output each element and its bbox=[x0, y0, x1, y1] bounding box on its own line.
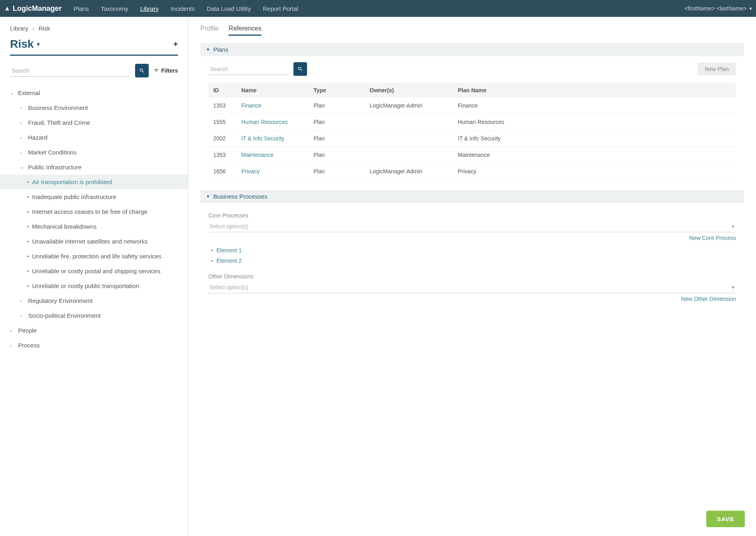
tree-item[interactable]: ›Regulatory Environment bbox=[10, 293, 178, 308]
other-dimensions-label: Other Dimensions bbox=[208, 273, 736, 280]
bp-section-title: Business Processes bbox=[213, 193, 267, 200]
caret-down-icon: ▼ bbox=[731, 224, 735, 229]
nav-item-report-portal[interactable]: Report Portal bbox=[263, 5, 298, 12]
cell-plan-name: Finance bbox=[458, 102, 731, 109]
tree-item[interactable]: Unreliable or costly postal and shipping… bbox=[10, 264, 178, 278]
bp-section-header[interactable]: ▼ Business Processes bbox=[200, 190, 744, 203]
left-panel: Library › Risk Risk ▾ + Filters ⌄Externa… bbox=[0, 17, 188, 536]
tree-item-label: Public Infrastructure bbox=[28, 164, 81, 171]
add-button[interactable]: + bbox=[173, 40, 178, 49]
filter-icon bbox=[154, 68, 159, 73]
save-button[interactable]: SAVE bbox=[706, 511, 745, 527]
cell-name-link[interactable]: Finance bbox=[241, 102, 313, 109]
tree-item[interactable]: Internet access ceases to be free of cha… bbox=[10, 204, 178, 219]
cell-id: 1353 bbox=[213, 152, 241, 158]
tree-item[interactable]: ›Market Conditions bbox=[10, 145, 178, 160]
cell-owner bbox=[370, 119, 458, 125]
core-processes-select[interactable]: Select option(s) ▼ bbox=[208, 221, 736, 232]
tree-item[interactable]: Air transportation is prohibited bbox=[0, 175, 188, 189]
chevron-down-icon: ⌄ bbox=[10, 90, 15, 95]
sidebar-search-button[interactable] bbox=[135, 64, 149, 77]
heading-row: Risk ▾ + bbox=[10, 38, 178, 56]
nav-item-taxonomy[interactable]: Taxonomy bbox=[101, 5, 128, 12]
cell-name-link[interactable]: Human Resources bbox=[241, 119, 313, 125]
cell-type: Plan bbox=[313, 135, 370, 142]
table-row: 2002IT & Info SecurityPlanIT & Info Secu… bbox=[208, 130, 736, 147]
table-row: 1353MaintenancePlanMaintenance bbox=[208, 147, 736, 163]
bp-elements-list: Element 1Element 2 bbox=[208, 241, 736, 270]
cell-type: Plan bbox=[313, 168, 370, 175]
chevron-right-icon: › bbox=[20, 106, 25, 110]
cell-id: 1555 bbox=[213, 119, 241, 125]
cell-name-link[interactable]: IT & Info Security bbox=[241, 135, 313, 142]
tree-item-label: Unreliable or costly public transportati… bbox=[32, 282, 139, 289]
nav-item-data-load-utility[interactable]: Data Load Utility bbox=[207, 5, 251, 12]
plans-search-button[interactable] bbox=[293, 62, 307, 76]
select-placeholder: Select option(s) bbox=[209, 223, 248, 229]
chevron-right-icon: › bbox=[20, 120, 25, 125]
tree-item[interactable]: ›People bbox=[10, 323, 178, 338]
tree-item[interactable]: ›Process bbox=[10, 338, 178, 353]
chevron-right-icon: › bbox=[20, 298, 25, 303]
chevron-right-icon: › bbox=[20, 135, 25, 140]
nav-items: PlansTaxonomyLibraryIncidentsData Load U… bbox=[74, 5, 685, 12]
tree-item[interactable]: ›Hazard bbox=[10, 130, 178, 145]
sidebar-search-input[interactable] bbox=[10, 65, 130, 77]
search-icon bbox=[139, 68, 145, 73]
cell-name-link[interactable]: Maintenance bbox=[241, 152, 313, 158]
tab-profile[interactable]: Profile bbox=[200, 25, 218, 36]
plans-table: ID Name Type Owner(s) Plan Name 1353Fina… bbox=[208, 83, 736, 180]
tab-references[interactable]: References bbox=[228, 25, 261, 36]
tree-item-label: Air transportation is prohibited bbox=[32, 179, 112, 185]
tree-item[interactable]: Inadequate public infrastructure bbox=[10, 189, 178, 204]
chevron-right-icon: › bbox=[20, 313, 25, 318]
new-core-process-link[interactable]: New Core Process bbox=[208, 235, 736, 241]
search-icon bbox=[297, 66, 303, 72]
breadcrumb-risk[interactable]: Risk bbox=[38, 25, 50, 32]
core-processes-label: Core Processes bbox=[208, 212, 736, 219]
cell-type: Plan bbox=[313, 102, 370, 109]
cell-id: 2002 bbox=[213, 135, 241, 142]
col-plan: Plan Name bbox=[458, 87, 731, 93]
top-nav: ▲ LogicManager PlansTaxonomyLibraryIncid… bbox=[0, 0, 756, 17]
tree-item-label: External bbox=[18, 89, 40, 96]
breadcrumb-library[interactable]: Library bbox=[10, 25, 28, 32]
nav-item-library[interactable]: Library bbox=[140, 5, 159, 12]
tree-item[interactable]: ⌄External bbox=[10, 85, 178, 100]
cell-owner: LogicManager Admin bbox=[370, 102, 458, 109]
tree-item[interactable]: ›Socio-political Environment bbox=[10, 308, 178, 323]
main-panel: ProfileReferences ▼ Plans New Plan ID Na… bbox=[188, 17, 756, 536]
tree-item-label: Regulatory Environment bbox=[28, 297, 93, 304]
other-dimensions-select[interactable]: Select option(s) ▼ bbox=[208, 282, 736, 293]
col-type: Type bbox=[313, 87, 370, 93]
filters-button[interactable]: Filters bbox=[154, 67, 178, 74]
plans-search-input[interactable] bbox=[208, 63, 289, 75]
chevron-right-icon: › bbox=[20, 150, 25, 155]
cell-owner: LogicManager Admin bbox=[370, 168, 458, 175]
caret-down-icon: ▾ bbox=[37, 41, 40, 47]
cell-owner bbox=[370, 152, 458, 158]
plans-search-row: New Plan bbox=[208, 62, 736, 76]
tree-item[interactable]: Unreliable or costly public transportati… bbox=[10, 278, 178, 293]
new-other-dimension-link[interactable]: New Other Dimension bbox=[208, 296, 736, 302]
tree-item[interactable]: ⌄Public Infrastructure bbox=[10, 160, 178, 175]
nav-item-plans[interactable]: Plans bbox=[74, 5, 89, 12]
tree-item[interactable]: Mechanical breakdowns bbox=[10, 219, 178, 234]
bp-element-link[interactable]: Element 1 bbox=[216, 245, 736, 256]
user-menu[interactable]: <firstName> <lastName> ▾ bbox=[684, 5, 752, 12]
col-owner: Owner(s) bbox=[370, 87, 458, 93]
chevron-right-icon: › bbox=[32, 25, 34, 32]
tree-item[interactable]: Unavailable internet satellites and netw… bbox=[10, 234, 178, 249]
col-id: ID bbox=[213, 87, 241, 93]
tree-item[interactable]: ›Fraud, Theft and Crime bbox=[10, 115, 178, 130]
new-plan-button[interactable]: New Plan bbox=[697, 63, 736, 75]
tree-item[interactable]: Unreliable fire, protection and life saf… bbox=[10, 249, 178, 264]
tree-item-label: People bbox=[18, 327, 37, 334]
nav-item-incidents[interactable]: Incidents bbox=[171, 5, 195, 12]
tree-item[interactable]: ›Business Environment bbox=[10, 100, 178, 115]
heading-dropdown[interactable]: Risk ▾ bbox=[10, 38, 40, 51]
plans-section-header[interactable]: ▼ Plans bbox=[200, 43, 744, 56]
table-row: 1353FinancePlanLogicManager AdminFinance bbox=[208, 97, 736, 114]
bp-element-link[interactable]: Element 2 bbox=[216, 256, 736, 266]
cell-name-link[interactable]: Privacy bbox=[241, 168, 313, 175]
